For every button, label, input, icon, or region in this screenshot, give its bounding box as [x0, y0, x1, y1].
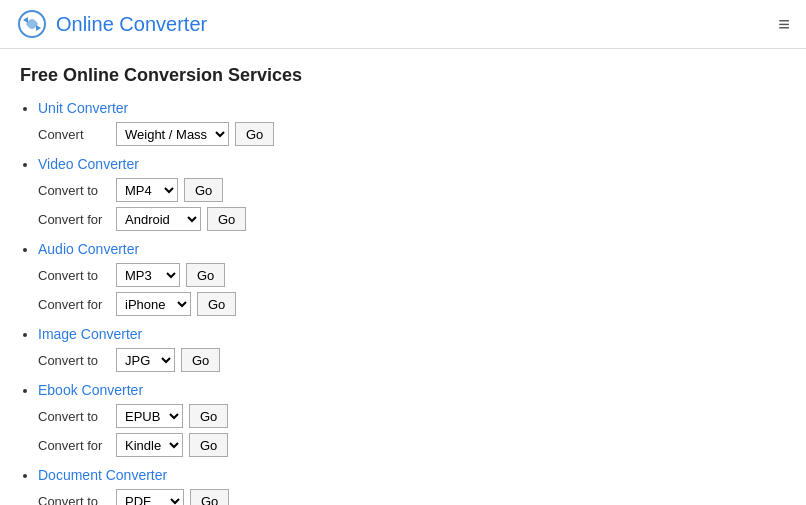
page-title: Free Online Conversion Services [20, 65, 786, 86]
go-button-video-0[interactable]: Go [184, 178, 223, 202]
hamburger-menu-icon[interactable]: ≡ [778, 13, 790, 36]
row-label-ebook-0: Convert to [38, 409, 110, 424]
converter-section-video: Video ConverterConvert toMP4AVIMKVMOVWMV… [38, 156, 786, 231]
converter-row-image-0: Convert toJPGPNGGIFBMPTIFFGo [38, 348, 786, 372]
converter-list: Unit ConverterConvertWeight / MassLength… [20, 100, 786, 505]
converter-rows-video: Convert toMP4AVIMKVMOVWMVGoConvert forAn… [38, 178, 786, 231]
go-button-video-1[interactable]: Go [207, 207, 246, 231]
row-label-video-0: Convert to [38, 183, 110, 198]
site-title: Online Converter [56, 13, 207, 36]
converter-section-unit: Unit ConverterConvertWeight / MassLength… [38, 100, 786, 146]
go-button-ebook-0[interactable]: Go [189, 404, 228, 428]
site-logo-icon [16, 8, 48, 40]
converter-title-audio[interactable]: Audio Converter [38, 241, 139, 257]
site-header: Online Converter ≡ [0, 0, 806, 49]
converter-section-document: Document ConverterConvert toPDFDOCXODTTX… [38, 467, 786, 505]
go-button-unit-0[interactable]: Go [235, 122, 274, 146]
select-unit-0[interactable]: Weight / MassLengthVolumeTemperatureArea… [116, 122, 229, 146]
go-button-image-0[interactable]: Go [181, 348, 220, 372]
converter-rows-document: Convert toPDFDOCXODTTXTGo [38, 489, 786, 505]
converter-row-ebook-1: Convert forKindleNookKoboGo [38, 433, 786, 457]
go-button-ebook-1[interactable]: Go [189, 433, 228, 457]
converter-title-document[interactable]: Document Converter [38, 467, 167, 483]
converter-section-image: Image ConverterConvert toJPGPNGGIFBMPTIF… [38, 326, 786, 372]
go-button-audio-0[interactable]: Go [186, 263, 225, 287]
converter-row-unit-0: ConvertWeight / MassLengthVolumeTemperat… [38, 122, 786, 146]
select-audio-0[interactable]: MP3WAVAACOGGFLAC [116, 263, 180, 287]
select-video-0[interactable]: MP4AVIMKVMOVWMV [116, 178, 178, 202]
converter-rows-audio: Convert toMP3WAVAACOGGFLACGoConvert fori… [38, 263, 786, 316]
converter-rows-unit: ConvertWeight / MassLengthVolumeTemperat… [38, 122, 786, 146]
converter-section-ebook: Ebook ConverterConvert toEPUBMOBIPDFAZW3… [38, 382, 786, 457]
converter-row-audio-1: Convert foriPhoneAndroidiPadGo [38, 292, 786, 316]
select-document-0[interactable]: PDFDOCXODTTXT [116, 489, 184, 505]
converter-rows-ebook: Convert toEPUBMOBIPDFAZW3GoConvert forKi… [38, 404, 786, 457]
row-label-document-0: Convert to [38, 494, 110, 506]
converter-row-video-0: Convert toMP4AVIMKVMOVWMVGo [38, 178, 786, 202]
go-button-audio-1[interactable]: Go [197, 292, 236, 316]
converter-title-video[interactable]: Video Converter [38, 156, 139, 172]
select-image-0[interactable]: JPGPNGGIFBMPTIFF [116, 348, 175, 372]
converter-title-image[interactable]: Image Converter [38, 326, 142, 342]
go-button-document-0[interactable]: Go [190, 489, 229, 505]
converter-section-audio: Audio ConverterConvert toMP3WAVAACOGGFLA… [38, 241, 786, 316]
row-label-audio-1: Convert for [38, 297, 110, 312]
row-label-video-1: Convert for [38, 212, 110, 227]
converter-row-document-0: Convert toPDFDOCXODTTXTGo [38, 489, 786, 505]
header-left: Online Converter [16, 8, 207, 40]
converter-row-ebook-0: Convert toEPUBMOBIPDFAZW3Go [38, 404, 786, 428]
converter-title-unit[interactable]: Unit Converter [38, 100, 128, 116]
select-ebook-1[interactable]: KindleNookKobo [116, 433, 183, 457]
select-ebook-0[interactable]: EPUBMOBIPDFAZW3 [116, 404, 183, 428]
row-label-unit-0: Convert [38, 127, 110, 142]
converter-row-video-1: Convert forAndroidiPhoneiPadSamsungGo [38, 207, 786, 231]
converter-title-ebook[interactable]: Ebook Converter [38, 382, 143, 398]
row-label-ebook-1: Convert for [38, 438, 110, 453]
main-content: Free Online Conversion Services Unit Con… [0, 49, 806, 505]
row-label-image-0: Convert to [38, 353, 110, 368]
converter-row-audio-0: Convert toMP3WAVAACOGGFLACGo [38, 263, 786, 287]
select-video-1[interactable]: AndroidiPhoneiPadSamsung [116, 207, 201, 231]
row-label-audio-0: Convert to [38, 268, 110, 283]
converter-rows-image: Convert toJPGPNGGIFBMPTIFFGo [38, 348, 786, 372]
select-audio-1[interactable]: iPhoneAndroidiPad [116, 292, 191, 316]
